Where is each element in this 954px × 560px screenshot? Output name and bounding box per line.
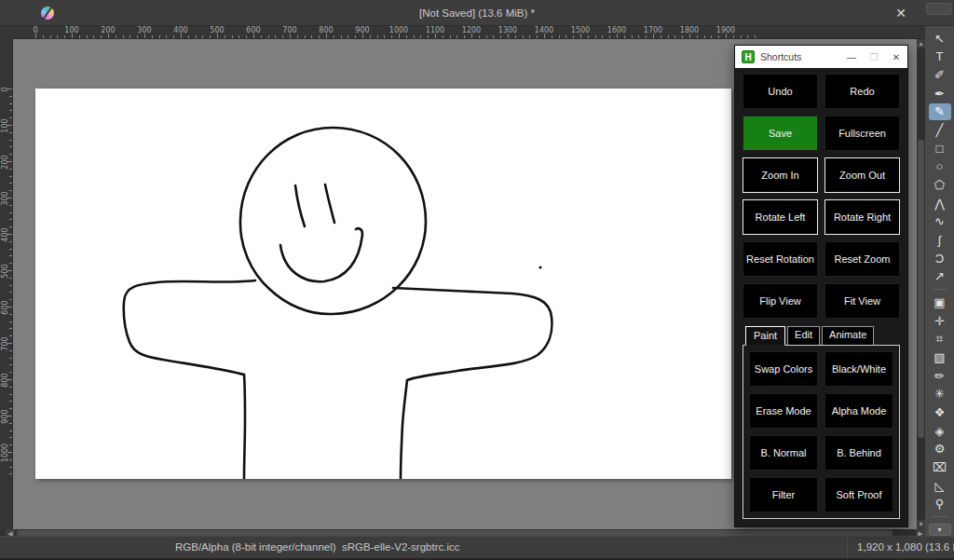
rectangle-tool[interactable]: □ [929, 140, 951, 157]
ruler-minor-tick [50, 35, 51, 38]
ruler-minor-tick [72, 35, 73, 38]
ruler-minor-tick [414, 35, 415, 38]
horizontal-ruler: 0100200300400500600700800900100011001200… [0, 26, 925, 39]
color-sampler-tool[interactable]: ✏ [929, 367, 951, 385]
similar-selection-tool[interactable]: ⌧ [929, 458, 951, 476]
freehand-path-tool[interactable]: ʃ [929, 231, 951, 249]
colorize-mask-tool[interactable]: ❖ [929, 403, 951, 421]
drawing-canvas[interactable] [35, 89, 731, 479]
reset-zoom-button[interactable]: Reset Zoom [825, 241, 900, 277]
alpha-mode-button[interactable]: Alpha Mode [825, 393, 893, 429]
smart-patch-tool[interactable]: ✳ [929, 385, 951, 403]
ruler-label: 0 [33, 26, 37, 34]
polyline-icon: ⋀ [934, 197, 945, 211]
ruler-minor-tick [602, 35, 603, 38]
more-tools-button[interactable]: ▾ [929, 524, 951, 536]
ruler-minor-tick [9, 190, 12, 191]
calligraphy-tool[interactable]: ✒ [929, 85, 951, 102]
fit-view-button[interactable]: Fit View [825, 283, 900, 319]
figure-right-eye [325, 184, 334, 223]
ruler-label: 900 [1, 409, 9, 423]
crop-tool[interactable]: ⌗ [929, 331, 951, 348]
ruler-minor-tick [275, 35, 276, 38]
line-icon: ╱ [936, 123, 944, 137]
ellipse-tool[interactable]: ○ [929, 158, 951, 176]
window-close-button[interactable]: ✕ [889, 2, 913, 24]
ruler-minor-tick [9, 437, 12, 438]
crop-icon: ⌗ [936, 332, 943, 347]
scroll-up-arrow[interactable]: ▲ [917, 39, 925, 48]
flip-view-button[interactable]: Flip View [743, 283, 818, 319]
rotate-right-button[interactable]: Rotate Right [825, 199, 900, 235]
vertical-scrollbar[interactable]: ▲ ▼ [917, 39, 925, 529]
ruler-minor-tick [566, 35, 566, 38]
fullscreen-button[interactable]: Fullscreen [825, 116, 900, 151]
erase-mode-button[interactable]: Erase Mode [749, 393, 818, 429]
shortcuts-close-button[interactable]: ✕ [885, 52, 907, 62]
select-shapes-tool[interactable]: ↖ [929, 30, 951, 48]
ruler-minor-tick [9, 205, 12, 206]
freehand-brush-tool[interactable]: ✎ [929, 103, 951, 121]
undo-button[interactable]: Undo [743, 74, 818, 109]
shortcuts-maximize-button[interactable]: ❐ [863, 52, 885, 62]
move-tool[interactable]: ✛ [929, 312, 951, 330]
ruler-label: 800 [319, 26, 333, 34]
swap-colors-button[interactable]: Swap Colors [749, 351, 818, 387]
dynamic-brush-tool[interactable]: Ɔ [929, 250, 951, 267]
tab-animate[interactable]: Animate [822, 326, 874, 345]
multibrush-tool[interactable]: ↗ [929, 268, 951, 286]
ruler-minor-tick [638, 35, 639, 38]
assistants-tool[interactable]: ◺ [929, 477, 951, 495]
ruler-minor-tick [9, 226, 12, 227]
transform-tool[interactable]: ▣ [929, 294, 951, 311]
polygon-icon: ⬠ [934, 178, 945, 192]
ruler-minor-tick [9, 299, 12, 300]
b-normal-button[interactable]: B. Normal [749, 435, 818, 471]
ruler-minor-tick [632, 35, 633, 38]
rotate-left-button[interactable]: Rotate Left [743, 199, 818, 235]
ruler-minor-tick [9, 255, 12, 256]
docker-header-button[interactable] [926, 3, 952, 15]
black-white-button[interactable]: Black/White [825, 351, 893, 387]
edit-shapes-tool[interactable]: ✐ [929, 66, 951, 84]
save-button[interactable]: Save [743, 116, 818, 151]
ruler-minor-tick [711, 35, 712, 38]
gradient-tool[interactable]: ▧ [929, 348, 951, 366]
text-tool[interactable]: T [929, 48, 951, 66]
redo-button[interactable]: Redo [825, 74, 900, 109]
ruler-minor-tick [747, 35, 748, 38]
polygon-tool[interactable]: ⬠ [929, 176, 951, 194]
vertical-scroll-thumb[interactable] [918, 140, 924, 438]
shortcuts-title-bar[interactable]: H Shortcuts — ❐ ✕ [735, 46, 907, 68]
polyline-tool[interactable]: ⋀ [929, 195, 951, 212]
soft-proof-button[interactable]: Soft Proof [825, 477, 893, 512]
bezier-curve-tool[interactable]: ∿ [929, 213, 951, 231]
ruler-minor-tick [457, 35, 457, 38]
reference-images-tool[interactable]: ⚲ [929, 495, 951, 512]
shortcuts-minimize-button[interactable]: — [840, 52, 863, 62]
dynamic-brush-icon: Ɔ [935, 252, 944, 266]
zoom-out-button[interactable]: Zoom Out [825, 157, 900, 193]
filter-button[interactable]: Filter [749, 477, 818, 512]
ruler-minor-tick [523, 35, 524, 38]
ruler-minor-tick [500, 35, 501, 38]
tab-paint[interactable]: Paint [745, 326, 785, 346]
ruler-label: 400 [173, 26, 187, 34]
ruler-minor-tick [9, 372, 12, 373]
enclose-fill-tool[interactable]: ⚙ [929, 440, 951, 458]
shortcuts-body: UndoRedoSaveFullscreenZoom InZoom OutRot… [735, 68, 907, 526]
reset-rotation-button[interactable]: Reset Rotation [743, 241, 818, 277]
fill-tool[interactable]: ◈ [929, 422, 951, 440]
ruler-minor-tick [9, 444, 12, 445]
ruler-minor-tick [718, 35, 719, 38]
ruler-minor-tick [334, 35, 334, 38]
tab-edit[interactable]: Edit [787, 326, 820, 345]
ruler-minor-tick [479, 35, 480, 38]
b-behind-button[interactable]: B. Behind [825, 435, 893, 471]
ruler-minor-tick [9, 212, 12, 213]
ruler-minor-tick [123, 35, 124, 38]
scroll-down-arrow[interactable]: ▼ [917, 520, 925, 529]
line-tool[interactable]: ╱ [929, 121, 951, 139]
paintbrush-icon: ✎ [934, 104, 945, 118]
zoom-in-button[interactable]: Zoom In [743, 157, 818, 193]
